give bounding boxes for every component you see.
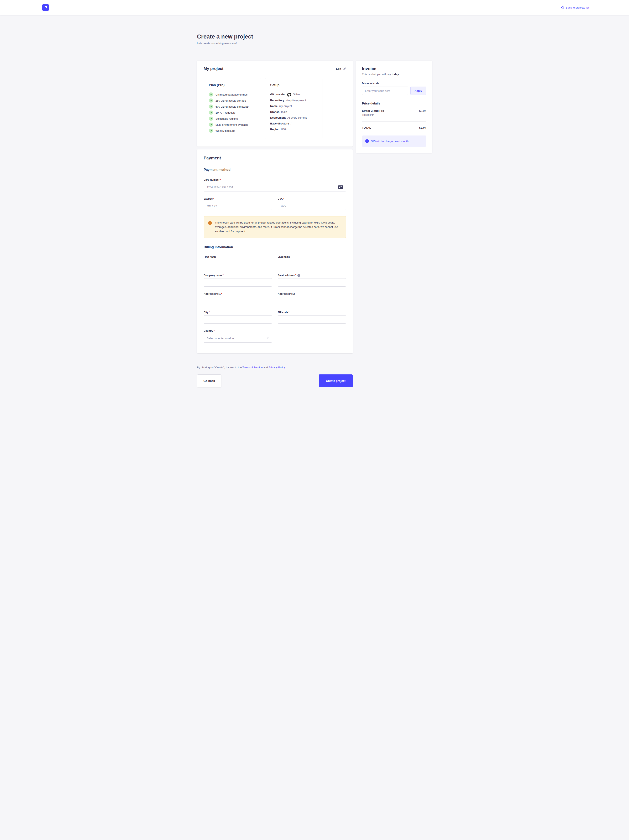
invoice-card: Invoice This is what you will pay today … [356,60,432,153]
required-asterisk: * [214,330,214,332]
expires-input[interactable] [203,202,272,210]
card-number-input[interactable] [203,183,346,191]
setup-row-name: Name my-project [270,104,317,108]
country-select[interactable]: Select or enter a value [203,334,272,343]
required-asterisk: * [288,311,290,314]
go-back-button[interactable]: Go back [197,374,221,387]
first-name-input[interactable] [203,260,272,268]
next-month-charge-text: $75 will be charged next month. [371,140,409,143]
plan-feature-label: Unlimited database entries [216,93,248,96]
city-input[interactable] [203,315,272,324]
setup-rows: Git provider GitHub Repository strapi/my… [270,92,317,131]
payment-method-title: Payment method [203,168,346,172]
last-name-field: Last name [278,255,346,268]
price-details-title: Price details [362,101,426,105]
total-amount: $8.04 [419,126,426,129]
card-usage-notice: The chosen card will be used for all pro… [203,216,346,238]
terms-of-service-link[interactable]: Terms of Service [243,366,263,369]
info-icon [298,274,300,277]
setup-row-git-provider: Git provider GitHub [270,92,317,96]
edit-button[interactable]: Edit [336,67,346,70]
cvc-label: CVC* [278,197,346,200]
setup-row-repository: Repository strapi/my-project [270,98,317,103]
strapi-logo [42,4,49,11]
zip-code-input[interactable] [278,315,346,324]
check-icon [209,104,213,109]
setup-label: Deployment [270,116,285,120]
setup-label: Repository [270,98,284,103]
expires-label: Expires* [203,197,272,200]
check-icon [209,98,213,103]
zip-code-label: ZIP code* [278,311,346,314]
setup-label: Git provider [270,92,285,96]
zip-code-field: ZIP code* [278,311,346,324]
company-name-field: Company name* [203,274,272,287]
expires-field: Expires* [203,197,272,210]
plan-feature-label: Selectable regions [216,117,238,120]
setup-box-title: Setup [270,83,317,87]
setup-box: Setup Git provider GitHub Repository [265,78,322,139]
check-icon [209,129,213,133]
address-line-1-field: Address line 1* [203,292,272,305]
chevron-down-icon [267,338,269,339]
check-icon [209,92,213,96]
privacy-policy-link[interactable]: Privacy Policy [268,366,285,369]
company-name-input[interactable] [203,278,272,287]
terms-agreement-text: By clicking on "Create", I agree to the … [197,366,353,369]
setup-value: USA [281,127,287,131]
page-title: Create a new project [197,33,432,40]
cvc-input[interactable] [278,202,346,210]
invoice-subtitle: This is what you will pay today [362,73,426,76]
email-address-field: Email address* [278,274,346,287]
address-line-2-field: Address line 2 [278,292,346,305]
form-actions: Go back Create project [197,374,353,387]
line-item-period: This month [362,114,384,116]
total-label: TOTAL [362,126,371,129]
plan-box-title: Plan (Pro) [209,83,256,87]
required-asterisk: * [221,292,222,295]
country-label: Country* [203,330,272,332]
email-address-label: Email address* [278,274,346,277]
setup-label: Base directory [270,122,289,126]
page-subtitle: Lets create something awesome! [197,42,432,45]
required-asterisk: * [209,311,210,314]
address-line-1-label: Address line 1* [203,292,272,295]
billing-title: Billing information [203,245,346,249]
back-to-projects-link[interactable]: Back to projects list [561,6,589,9]
country-select-placeholder: Select or enter a value [207,337,234,340]
line-item-name: Strapi Cloud Pro [362,109,384,112]
setup-value: / [290,122,292,126]
address-line-2-label: Address line 2 [278,292,346,295]
check-icon [209,111,213,115]
plan-feature-list: Unlimited database entries 250 GB of ass… [209,92,256,133]
next-month-charge-note: $75 will be charged next month. [362,136,426,147]
pencil-icon [343,67,346,70]
discount-code-input[interactable] [362,87,408,95]
plan-feature: Multi-environment available [209,123,256,127]
setup-value: main [281,110,287,114]
cvc-field: CVC* [278,197,346,210]
address-line-1-input[interactable] [203,297,272,305]
email-address-input[interactable] [278,278,346,287]
create-project-button[interactable]: Create project [318,374,353,387]
plan-box: Plan (Pro) Unlimited database entries 25… [203,78,261,139]
main-content: Create a new project Lets create somethi… [197,33,432,412]
plan-feature-label: 500 GB of assets bandwidth [216,105,249,108]
back-link-label: Back to projects list [566,6,589,9]
setup-value: At every commit [287,116,307,120]
plan-feature-label: Multi-environment available [216,123,248,126]
setup-row-region: Region USA [270,127,317,131]
invoice-title: Invoice [362,66,426,71]
app-header: Back to projects list [0,0,629,15]
required-asterisk: * [283,197,284,200]
first-name-label: First name [203,255,272,258]
apply-button[interactable]: Apply [410,87,426,95]
address-line-2-input[interactable] [278,297,346,305]
discount-code-label: Discount code [362,82,426,85]
edit-button-label: Edit [336,67,341,70]
invoice-line-item: Strapi Cloud Pro This month $8.04 [362,109,426,116]
last-name-label: Last name [278,255,346,258]
plan-feature: Weekly backups [209,129,256,133]
last-name-input[interactable] [278,260,346,268]
city-label: City* [203,311,272,314]
